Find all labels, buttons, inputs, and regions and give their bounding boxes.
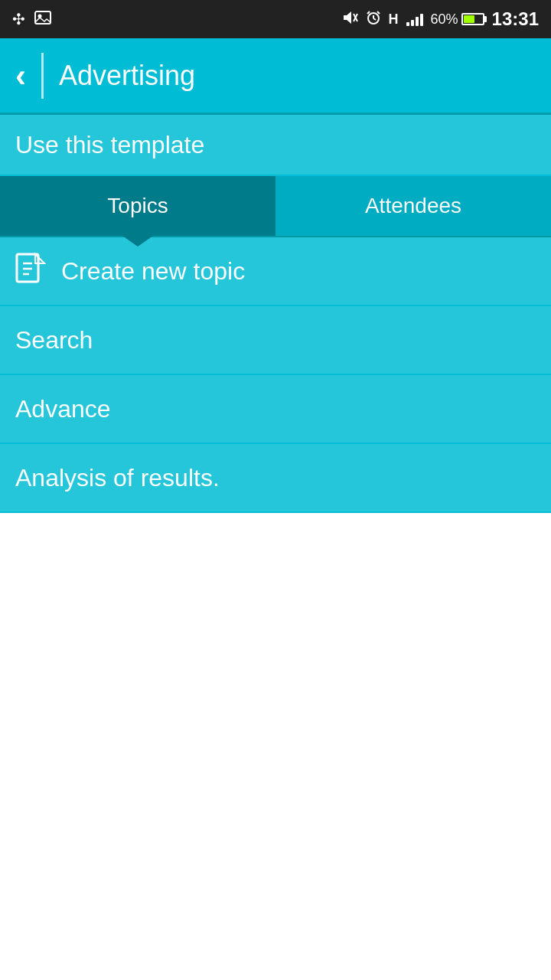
tab-topics-label: Topics (107, 194, 168, 218)
svg-line-7 (373, 18, 376, 20)
empty-content-area (0, 513, 551, 911)
mute-icon (341, 10, 358, 29)
image-icon (34, 10, 51, 29)
analysis-label: Analysis of results. (15, 464, 220, 492)
svg-marker-14 (35, 254, 44, 263)
h-signal-icon: H (389, 11, 399, 28)
app-bar-divider (41, 53, 44, 99)
status-bar-right: H 60% 13:31 (341, 8, 539, 30)
svg-line-8 (367, 11, 370, 14)
alarm-icon (366, 10, 381, 29)
tab-topics[interactable]: Topics (0, 176, 276, 236)
status-bar: ✣ (0, 0, 551, 38)
advance-label: Advance (15, 395, 111, 423)
svg-rect-0 (35, 11, 51, 24)
svg-line-9 (377, 11, 380, 14)
status-time: 13:31 (492, 8, 539, 30)
create-topic-item[interactable]: Create new topic (0, 237, 551, 306)
new-topic-icon (15, 253, 46, 289)
tab-attendees[interactable]: Attendees (276, 176, 551, 236)
signal-bars-icon (406, 12, 423, 26)
advance-item[interactable]: Advance (0, 375, 551, 444)
use-template-button[interactable]: Use this template (0, 115, 551, 176)
battery-icon: 60% (431, 11, 484, 28)
search-item[interactable]: Search (0, 306, 551, 375)
search-label: Search (15, 326, 93, 354)
app-bar: ‹ Advertising (0, 38, 551, 115)
battery-indicator (461, 13, 484, 25)
use-template-label: Use this template (15, 131, 204, 159)
create-topic-label: Create new topic (61, 257, 245, 286)
back-button[interactable]: ‹ (15, 60, 26, 92)
usb-icon: ✣ (12, 10, 25, 28)
analysis-item[interactable]: Analysis of results. (0, 444, 551, 513)
svg-marker-2 (344, 11, 351, 24)
tabs-container: Topics Attendees (0, 176, 551, 237)
app-bar-title: Advertising (59, 60, 195, 92)
tab-attendees-label: Attendees (365, 194, 461, 218)
battery-percent: 60% (431, 11, 458, 28)
status-bar-left: ✣ (12, 10, 51, 29)
